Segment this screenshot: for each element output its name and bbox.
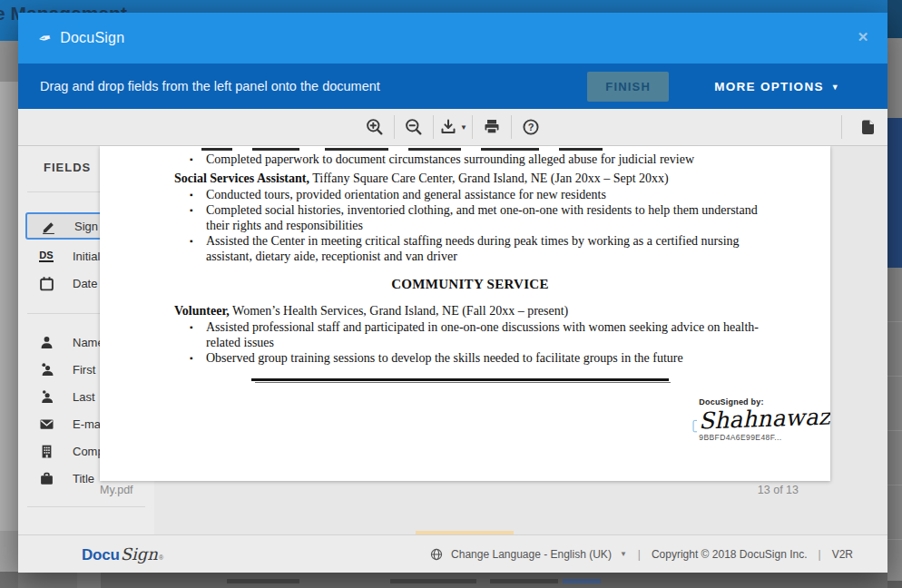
bullet-icon: ▪ xyxy=(190,202,206,233)
field-label: Sign xyxy=(74,220,98,233)
bullet-icon: ▪ xyxy=(190,350,206,366)
field-label: Initial xyxy=(73,250,100,263)
document-bullet: ▪ Completed social histories, inventorie… xyxy=(190,202,830,233)
docusign-brand: DocuSign xyxy=(60,30,124,46)
field-item-text[interactable]: Text xyxy=(25,529,147,534)
signature-name: Shahnawaz xyxy=(699,404,830,433)
volunteer-bullet-list: ▪ Assisted professional staff and partic… xyxy=(100,319,830,366)
document-page[interactable]: ▪ Completed paperwork to document circum… xyxy=(100,146,830,481)
version-text: V2R xyxy=(832,548,853,561)
docusign-signature: DocuSigned by: Shahnawaz 9BBFD4A6E99E48F… xyxy=(692,397,830,456)
bullet-icon: ▪ xyxy=(190,187,206,202)
more-options-label: MORE OPTIONS xyxy=(714,80,824,93)
job-bullet-list: ▪ Conducted tours, provided orientation … xyxy=(100,187,830,264)
zoom-out-button[interactable] xyxy=(395,109,433,145)
screen: e Management ✒ DocuSign ✕ Drag and drop … xyxy=(0,0,902,588)
document-bullet: ▪ Assisted professional staff and partic… xyxy=(190,319,830,350)
page-icon xyxy=(858,117,877,137)
instruction-bar: Drag and drop fields from the left panel… xyxy=(18,64,887,109)
docusign-modal: ✒ DocuSign ✕ Drag and drop fields from t… xyxy=(18,13,887,572)
initials-icon: DS xyxy=(38,248,54,264)
more-options-button[interactable]: MORE OPTIONS ▼ xyxy=(709,79,846,94)
help-icon: ? xyxy=(521,117,541,137)
briefcase-icon xyxy=(38,470,54,486)
pen-icon xyxy=(40,218,56,234)
modal-footer: DocuSign® Change Language - English (UK)… xyxy=(18,534,887,573)
globe-icon xyxy=(430,548,443,561)
person-badge-icon xyxy=(38,361,54,377)
download-icon xyxy=(438,117,458,137)
field-label: First xyxy=(73,363,95,377)
print-button[interactable] xyxy=(473,109,511,145)
chevron-down-icon: ▼ xyxy=(831,83,840,92)
section-heading: COMMUNITY SERVICE xyxy=(174,277,766,292)
panel-divider xyxy=(27,506,145,507)
help-button[interactable]: ? xyxy=(512,109,550,145)
field-label: Date xyxy=(73,277,97,290)
zoom-in-icon xyxy=(365,117,385,137)
download-caret-icon: ▼ xyxy=(460,123,467,132)
background-strip xyxy=(887,268,902,581)
background-strip xyxy=(0,41,18,82)
chevron-down-icon[interactable]: ▼ xyxy=(620,550,627,558)
document-bullet: ▪ Observed group training sessions to de… xyxy=(190,350,830,366)
person-icon xyxy=(38,334,54,350)
file-name-label: My.pdf xyxy=(100,484,133,496)
signature-id: 9BBFD4A6E99E48F... xyxy=(699,433,830,442)
page-indicator: 13 of 13 xyxy=(717,484,799,496)
bullet-icon: ▪ xyxy=(190,152,206,167)
footer-divider: | xyxy=(638,548,641,561)
svg-text:?: ? xyxy=(528,122,534,132)
viewer-content: FIELDS Sign DS Initial xyxy=(18,146,887,534)
zoom-in-button[interactable] xyxy=(356,109,394,145)
modal-header: ✒ DocuSign ✕ xyxy=(18,13,887,64)
page-view-button[interactable] xyxy=(848,109,887,145)
toast-sliver xyxy=(416,531,514,534)
toolbar-divider xyxy=(841,115,842,139)
instruction-message: Drag and drop fields from the left panel… xyxy=(40,79,587,93)
horizontal-rule xyxy=(251,378,669,383)
close-icon[interactable]: ✕ xyxy=(851,25,875,49)
background-bottom-strip xyxy=(18,572,887,588)
field-label: Title xyxy=(73,472,94,485)
zoom-out-icon xyxy=(404,117,424,137)
background-strip xyxy=(887,38,902,119)
docusign-footer-logo: DocuSign® xyxy=(82,544,163,564)
viewer-toolbar: ▼ ? xyxy=(18,109,887,146)
document-bullet: ▪ Conducted tours, provided orientation … xyxy=(190,187,830,202)
copyright-text: Copyright © 2018 DocuSign Inc. xyxy=(652,548,808,561)
finish-button[interactable]: FINISH xyxy=(587,72,669,102)
background-strip xyxy=(0,531,18,572)
background-strip xyxy=(887,0,902,38)
job-heading: Social Services Assistant, Tiffany Squar… xyxy=(174,171,830,187)
background-strip xyxy=(0,572,18,588)
bullet-icon: ▪ xyxy=(190,319,206,350)
envelope-icon xyxy=(38,416,54,432)
volunteer-heading: Volunteer, Women’s Health Services, Gran… xyxy=(174,303,830,319)
field-label: Last xyxy=(73,390,95,404)
background-strip xyxy=(887,118,902,268)
background-strip xyxy=(887,581,902,588)
bullet-icon: ▪ xyxy=(190,233,206,264)
background-strip xyxy=(0,82,18,531)
change-language-link[interactable]: Change Language - English (UK) xyxy=(451,548,612,561)
download-button[interactable]: ▼ xyxy=(434,109,472,145)
building-icon xyxy=(38,443,54,459)
document-bullet: ▪ Assisted the Center in meeting critica… xyxy=(190,233,830,264)
footer-divider: | xyxy=(819,548,821,561)
printer-icon xyxy=(482,117,502,137)
clipped-line-fragment xyxy=(100,146,830,152)
person-badge-icon xyxy=(38,388,54,405)
pen-nib-icon: ✒ xyxy=(36,27,53,49)
document-bullet: ▪ Completed paperwork to document circum… xyxy=(190,152,830,167)
calendar-icon xyxy=(38,275,54,291)
